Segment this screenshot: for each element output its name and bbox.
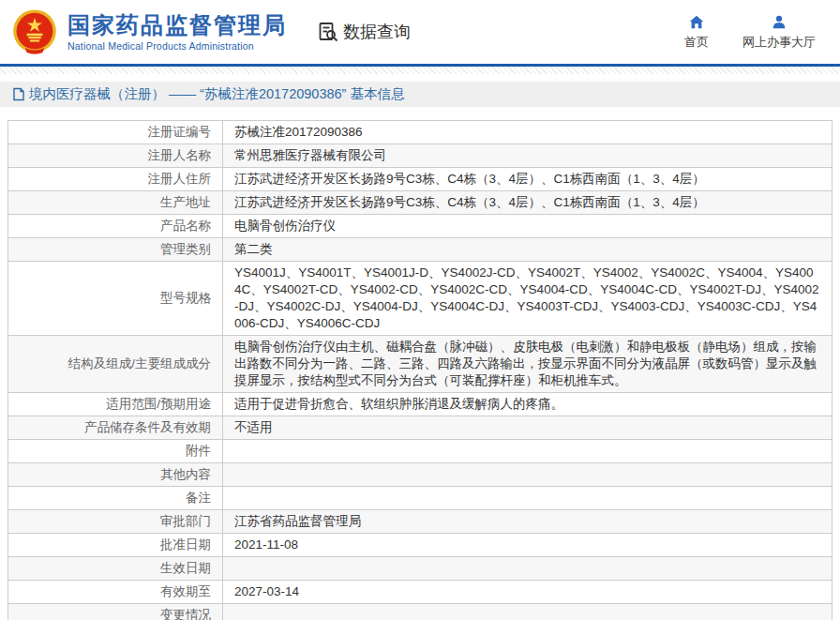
table-row: 管理类别第二类 [8, 238, 832, 262]
breadcrumb: 境内医疗器械（注册） —— “苏械注准20172090386” 基本信息 [0, 82, 840, 107]
page-header: 国家药品监督管理局 National Medical Products Admi… [0, 0, 840, 64]
table-row: 其他内容 [8, 463, 832, 487]
table-row: 有效期至2027-03-14 [8, 581, 832, 604]
table-row: 备注 [8, 487, 832, 510]
breadcrumb-text: 境内医疗器械（注册） —— “苏械注准20172090386” 基本信息 [29, 85, 404, 103]
row-value: 不适用 [223, 416, 832, 440]
row-value: 2027-03-14 [223, 581, 832, 604]
table-row: 型号规格YS4001J、YS4001T、YS4001J-D、YS4002J-CD… [8, 262, 832, 336]
row-label: 其他内容 [8, 463, 223, 487]
table-row: 批准日期2021-11-08 [8, 534, 832, 557]
row-label: 型号规格 [8, 262, 223, 336]
org-title-en: National Medical Products Administration [68, 40, 287, 52]
table-row: 产品名称电脑骨创伤治疗仪 [8, 215, 832, 238]
data-query-text: 数据查询 [343, 21, 411, 43]
table-row: 注册证编号苏械注准20172090386 [8, 121, 832, 144]
row-label: 批准日期 [8, 534, 223, 557]
row-label: 结构及组成/主要组成成分 [8, 336, 223, 393]
row-label: 注册人住所 [8, 168, 223, 191]
registration-info-section: 注册证编号苏械注准20172090386注册人名称常州思雅医疗器械有限公司注册人… [8, 120, 832, 620]
row-value: 常州思雅医疗器械有限公司 [223, 144, 832, 168]
row-label: 附件 [8, 440, 223, 463]
row-value: 适用于促进骨折愈合、软组织肿胀消退及缓解病人的疼痛。 [223, 393, 832, 416]
data-query-label: 数据查询 [317, 21, 411, 43]
row-value: 江苏省药品监督管理局 [223, 510, 832, 534]
row-value [223, 463, 832, 487]
table-row: 变更情况 [8, 604, 832, 620]
table-row: 适用范围/预期用途适用于促进骨折愈合、软组织肿胀消退及缓解病人的疼痛。 [8, 393, 832, 416]
document-search-icon [317, 21, 339, 43]
row-value [223, 440, 832, 463]
row-label: 产品储存条件及有效期 [8, 416, 223, 440]
table-row: 生效日期 [8, 557, 832, 581]
row-value: 电脑骨创伤治疗仪 [223, 215, 832, 238]
org-title-cn: 国家药品监督管理局 [68, 12, 287, 38]
row-value: 江苏武进经济开发区长扬路9号C3栋、C4栋（3、4层）、C1栋西南面（1、3、4… [223, 168, 832, 191]
nav-item-home[interactable]: 首页 [684, 14, 709, 51]
row-value: 电脑骨创伤治疗仪由主机、磁耦合盘（脉冲磁）、皮肤电极（电刺激）和静电极板（静电场… [223, 336, 832, 393]
nav-item-label: 网上办事大厅 [742, 34, 816, 51]
nav-item-label: 首页 [684, 34, 709, 51]
row-label: 有效期至 [8, 581, 223, 604]
row-label: 变更情况 [8, 604, 223, 620]
row-label: 生效日期 [8, 557, 223, 581]
row-value [223, 604, 832, 620]
table-row: 附件 [8, 440, 832, 463]
table-row: 审批部门江苏省药品监督管理局 [8, 510, 832, 534]
row-value: 2021-11-08 [223, 534, 832, 557]
row-label: 产品名称 [8, 215, 223, 238]
row-label: 适用范围/预期用途 [8, 393, 223, 416]
row-value [223, 487, 832, 510]
document-icon [12, 87, 25, 101]
spacer [0, 74, 840, 82]
row-value: YS4001J、YS4001T、YS4001J-D、YS4002J-CD、YS4… [223, 262, 832, 336]
registration-info-table: 注册证编号苏械注准20172090386注册人名称常州思雅医疗器械有限公司注册人… [8, 120, 832, 620]
row-label: 注册人名称 [8, 144, 223, 168]
row-value: 江苏武进经济开发区长扬路9号C3栋、C4栋（3、4层）、C1栋西南面（1、3、4… [223, 191, 832, 215]
nav-item-service-hall[interactable]: 网上办事大厅 [742, 14, 816, 51]
row-value: 苏械注准20172090386 [223, 121, 832, 144]
row-label: 备注 [8, 487, 223, 510]
org-title-block: 国家药品监督管理局 National Medical Products Admi… [68, 12, 287, 52]
table-row: 注册人名称常州思雅医疗器械有限公司 [8, 144, 832, 168]
row-label: 审批部门 [8, 510, 223, 534]
row-value: 第二类 [223, 238, 832, 262]
nmpa-emblem-logo [9, 7, 60, 57]
home-icon [688, 14, 705, 31]
row-label: 管理类别 [8, 238, 223, 262]
header-nav: 首页 网上办事大厅 [684, 14, 816, 51]
info-table-body: 注册证编号苏械注准20172090386注册人名称常州思雅医疗器械有限公司注册人… [8, 121, 832, 620]
table-row: 生产地址江苏武进经济开发区长扬路9号C3栋、C4栋（3、4层）、C1栋西南面（1… [8, 191, 832, 215]
row-label: 生产地址 [8, 191, 223, 215]
row-label: 注册证编号 [8, 121, 223, 144]
user-icon [771, 14, 788, 31]
table-row: 注册人住所江苏武进经济开发区长扬路9号C3栋、C4栋（3、4层）、C1栋西南面（… [8, 168, 832, 191]
table-row: 结构及组成/主要组成成分电脑骨创伤治疗仪由主机、磁耦合盘（脉冲磁）、皮肤电极（电… [8, 336, 832, 393]
table-row: 产品储存条件及有效期不适用 [8, 416, 832, 440]
hatched-strip [0, 67, 840, 74]
row-value [223, 557, 832, 581]
